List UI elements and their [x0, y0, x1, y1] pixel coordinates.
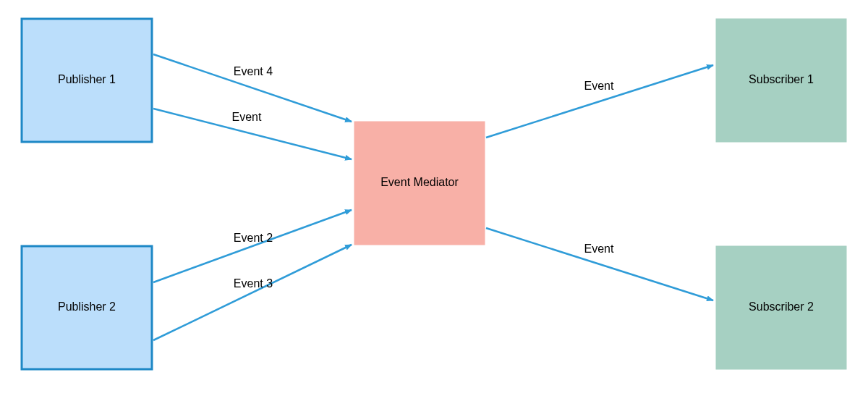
publisher-1-node: Publisher 1: [22, 19, 152, 142]
subscriber-2-node: Subscriber 2: [716, 246, 846, 369]
arrow-line: [486, 228, 713, 300]
subscriber-1-label: Subscriber 1: [749, 73, 814, 85]
edge-p1-bottom: Event: [153, 109, 352, 159]
subscriber-2-label: Subscriber 2: [749, 300, 814, 313]
edge-p1-bottom-label: Event: [232, 111, 262, 123]
edge-m-s2-label: Event: [584, 243, 614, 255]
edge-m-s1: Event: [486, 65, 713, 138]
publisher-2-label: Publisher 2: [58, 300, 116, 313]
edge-p2-top-label: Event 2: [234, 232, 273, 244]
event-mediator-label: Event Mediator: [380, 176, 459, 188]
edge-p2-top: Event 2: [153, 210, 352, 282]
edge-p1-top-label: Event 4: [234, 65, 273, 77]
edge-p2-bottom: Event 3: [153, 245, 352, 340]
publisher-1-label: Publisher 1: [58, 73, 116, 85]
subscriber-1-node: Subscriber 1: [716, 19, 846, 142]
edge-m-s1-label: Event: [584, 80, 614, 92]
diagram-canvas: Publisher 1 Publisher 2 Event Mediator S…: [0, 0, 868, 396]
arrow-line: [486, 65, 713, 138]
arrow-line: [153, 245, 352, 340]
edge-m-s2: Event: [486, 228, 713, 300]
publisher-2-node: Publisher 2: [22, 246, 152, 369]
event-mediator-node: Event Mediator: [354, 122, 485, 245]
arrow-line: [153, 210, 352, 282]
edge-p2-bottom-label: Event 3: [234, 277, 273, 290]
